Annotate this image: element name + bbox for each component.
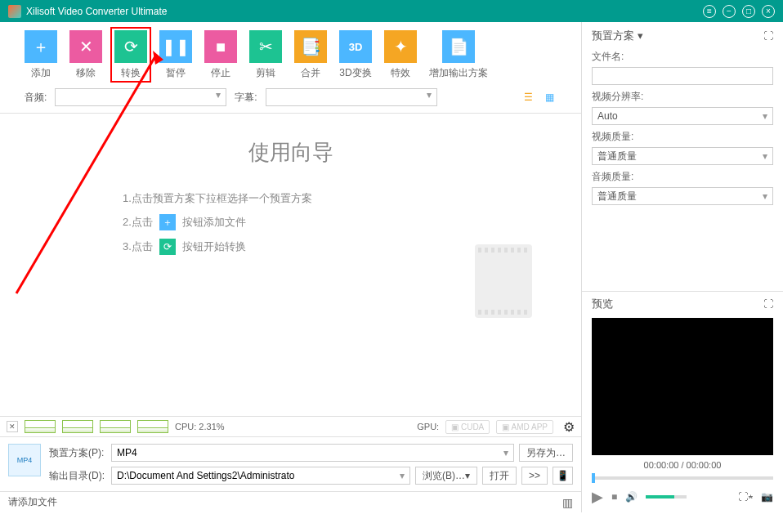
convert-button[interactable]: ⟳ 转换 xyxy=(114,30,147,80)
remove-button[interactable]: ✕ 移除 xyxy=(69,30,102,80)
volume-icon[interactable]: 🔊 xyxy=(625,491,638,503)
resolution-select[interactable]: Auto xyxy=(592,107,773,125)
subtitle-label: 字幕: xyxy=(235,91,257,105)
browse-button[interactable]: 浏览(B)… ▾ xyxy=(415,467,477,485)
scissors-icon: ✂ xyxy=(249,30,282,63)
performance-bar: ✕ CPU: 2.31% GPU: ▣ CUDA ▣ AMD APP ⚙ xyxy=(0,416,581,437)
preset-expand-icon[interactable]: ⛶ xyxy=(763,30,773,42)
dest-label: 输出目录(D): xyxy=(49,469,106,483)
cpu-label: CPU: 2.31% xyxy=(175,422,225,431)
preview-expand-icon[interactable]: ⛶ xyxy=(763,298,773,310)
cuda-badge[interactable]: ▣ CUDA xyxy=(445,420,490,434)
merge-icon: 📑 xyxy=(294,30,327,63)
audio-quality-select[interactable]: 普通质量 xyxy=(592,187,773,205)
sub-toolbar: 音频: ▾ 字幕: ▾ ☰ ▦ xyxy=(0,85,581,114)
cpu-graph-1 xyxy=(25,420,56,433)
menu-button[interactable]: ≡ xyxy=(703,5,716,18)
play-button[interactable]: ▶ xyxy=(592,488,603,506)
pause-button[interactable]: ❚❚ 暂停 xyxy=(159,30,192,80)
stop-icon: ■ xyxy=(204,30,237,63)
video-quality-select[interactable]: 普通质量 xyxy=(592,147,773,165)
document-icon: 📄 xyxy=(442,30,475,63)
pause-icon: ❚❚ xyxy=(159,30,192,63)
preview-video-area xyxy=(592,318,773,455)
perf-close-button[interactable]: ✕ xyxy=(7,421,18,432)
profile-select[interactable]: MP4▾ xyxy=(111,444,514,462)
content-area: 使用向导 1.点击预置方案下拉框选择一个预置方案 2.点击 ＋ 按钮添加文件 3… xyxy=(0,114,581,416)
x-icon: ✕ xyxy=(69,30,102,63)
preset-header: 预置方案 ▾ xyxy=(592,29,643,43)
refresh-icon: ⟳ xyxy=(159,239,176,255)
audio-select[interactable]: ▾ xyxy=(55,88,226,106)
more-options-button[interactable]: >> xyxy=(521,467,548,485)
preview-slider[interactable] xyxy=(592,476,773,480)
grid-view-icon[interactable]: ▦ xyxy=(542,90,557,105)
add-profile-button[interactable]: 📄 增加输出方案 xyxy=(429,30,488,80)
stop-button[interactable]: ■ 停止 xyxy=(204,30,237,80)
filename-label: 文件名: xyxy=(592,50,773,64)
close-button[interactable]: × xyxy=(762,5,775,18)
minimize-button[interactable]: − xyxy=(723,5,736,18)
settings-gear-icon[interactable]: ⚙ xyxy=(563,419,575,435)
volume-slider[interactable] xyxy=(646,495,687,498)
profile-label: 预置方案(P): xyxy=(49,446,106,460)
plus-icon: ＋ xyxy=(25,30,57,63)
fullscreen-icon[interactable]: ⛶★ xyxy=(738,491,753,503)
status-log-icon[interactable]: ▥ xyxy=(562,496,573,509)
film-placeholder-icon xyxy=(475,244,532,318)
audio-quality-label: 音频质量: xyxy=(592,170,773,184)
open-button[interactable]: 打开 xyxy=(482,467,517,485)
cpu-graph-2 xyxy=(62,420,93,433)
cpu-graph-4 xyxy=(137,420,168,433)
dest-input[interactable]: D:\Document And Settings2\Administrato▾ xyxy=(111,467,410,485)
filename-input[interactable] xyxy=(592,67,773,85)
output-controls: MP4 预置方案(P): MP4▾ 另存为… 输出目录(D): D:\Docum… xyxy=(0,437,581,492)
wizard-title: 使用向导 xyxy=(25,138,557,167)
preview-time: 00:00:00 / 00:00:00 xyxy=(592,455,773,475)
device-button[interactable]: 📱 xyxy=(553,467,573,485)
refresh-icon: ⟳ xyxy=(114,30,147,63)
gpu-label: GPU: xyxy=(417,422,439,431)
main-toolbar: ＋ 添加 ✕ 移除 ⟳ 转换 ❚❚ 暂停 ■ 停止 ✂ 剪辑 xyxy=(0,22,581,85)
cut-button[interactable]: ✂ 剪辑 xyxy=(249,30,282,80)
plus-icon: ＋ xyxy=(159,214,176,230)
right-panel: 预置方案 ▾ ⛶ 文件名: 视频分辨率: Auto 视频质量: 普通质量 音频质… xyxy=(582,22,783,512)
mp4-file-icon: MP4 xyxy=(8,444,41,476)
3d-icon: 3D xyxy=(339,30,372,63)
wand-icon: ✦ xyxy=(384,30,417,63)
video-quality-label: 视频质量: xyxy=(592,130,773,144)
save-as-button[interactable]: 另存为… xyxy=(519,444,573,462)
list-view-icon[interactable]: ☰ xyxy=(521,90,535,105)
wizard-step-2: 2.点击 ＋ 按钮添加文件 xyxy=(123,214,557,230)
add-button[interactable]: ＋ 添加 xyxy=(25,30,57,80)
preview-header: 预览 xyxy=(592,297,613,311)
amd-badge[interactable]: ▣ AMD APP xyxy=(496,420,553,434)
cpu-graph-3 xyxy=(100,420,131,433)
status-message: 请添加文件 xyxy=(8,495,57,509)
audio-label: 音频: xyxy=(25,91,47,105)
stop-preview-button[interactable]: ■ xyxy=(611,491,617,503)
wizard-step-1: 1.点击预置方案下拉框选择一个预置方案 xyxy=(123,191,557,206)
app-logo-icon xyxy=(8,5,21,18)
snapshot-icon[interactable]: 📷 xyxy=(761,491,773,503)
status-bar: 请添加文件 ▥ xyxy=(0,492,581,512)
effects-button[interactable]: ✦ 特效 xyxy=(384,30,417,80)
merge-button[interactable]: 📑 合并 xyxy=(294,30,327,80)
maximize-button[interactable]: □ xyxy=(742,5,755,18)
titlebar: Xilisoft Video Converter Ultimate ≡ − □ … xyxy=(0,0,783,22)
3d-button[interactable]: 3D 3D变换 xyxy=(339,30,372,80)
app-title: Xilisoft Video Converter Ultimate xyxy=(26,6,168,17)
resolution-label: 视频分辨率: xyxy=(592,90,773,104)
subtitle-select[interactable]: ▾ xyxy=(266,88,437,106)
